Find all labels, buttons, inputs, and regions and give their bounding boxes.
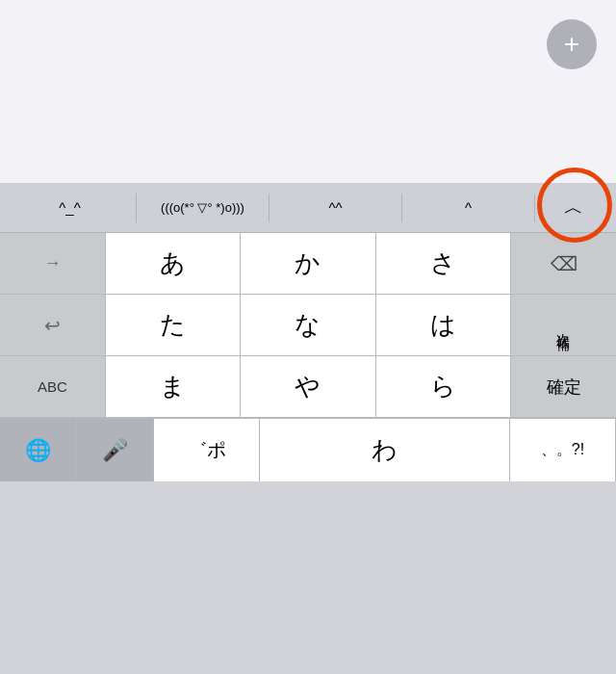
main-key-rows: → ↩ ABC あ か さ (0, 233, 616, 418)
globe-key[interactable]: 🌐 (0, 419, 77, 481)
jiko-label: 次候補 (555, 323, 573, 328)
key-ka[interactable]: か (241, 233, 375, 294)
undo-icon: ↩ (44, 314, 61, 337)
key-na[interactable]: な (241, 295, 375, 355)
hiragana-grid: あ か さ た な は (106, 233, 510, 418)
kana-ha: は (430, 308, 456, 342)
plus-button[interactable] (547, 19, 597, 69)
abc-key[interactable]: ABC (0, 356, 106, 418)
kana-na: な (295, 308, 321, 342)
emoji-double-caret[interactable]: ^^ (270, 183, 401, 232)
wa-label: わ (372, 433, 398, 467)
key-ta[interactable]: た (106, 295, 241, 355)
backspace-icon: ⌫ (551, 252, 578, 275)
mic-key[interactable]: 🎤 (77, 419, 154, 481)
kakutei-label: 確定 (547, 376, 581, 399)
kakutei-key[interactable]: 確定 (510, 356, 616, 418)
mic-icon: 🎤 (102, 438, 128, 463)
hira-row-1: あ か さ (106, 233, 510, 295)
kana-sa: さ (430, 246, 456, 280)
kana-ta: た (160, 308, 186, 342)
kana-ma: ま (160, 370, 186, 403)
backspace-key[interactable]: ⌫ (510, 233, 616, 295)
wa-key[interactable]: わ (260, 419, 510, 481)
punctuation-key[interactable]: 、。?! (510, 419, 616, 481)
arrow-icon: → (44, 253, 62, 273)
key-ra[interactable]: ら (376, 356, 510, 417)
key-sa[interactable]: さ (376, 233, 510, 294)
kana-ka: か (295, 246, 321, 280)
punctuation-label: 、。?! (541, 440, 584, 460)
emoji-up-caret[interactable]: ︿ (535, 183, 612, 232)
key-a[interactable]: あ (106, 233, 241, 294)
emoji-bar: ^_^ (((o(*° ▽° *)o))) ^^ ^ ︿ (0, 183, 616, 233)
small-po-label: ゛ポ (188, 437, 226, 463)
key-ma[interactable]: ま (106, 356, 241, 417)
abc-label: ABC (38, 378, 67, 395)
small-po-key[interactable]: ゛ポ (154, 419, 260, 481)
arrow-key[interactable]: → (0, 233, 106, 295)
right-column: ⌫ 次候補 確定 (510, 233, 616, 418)
key-ya[interactable]: や (241, 356, 375, 417)
undo-key[interactable]: ↩ (0, 295, 106, 356)
kana-a: あ (160, 246, 186, 280)
hira-row-3: ま や ら (106, 356, 510, 418)
keyboard: ^_^ (((o(*° ▽° *)o))) ^^ ^ ︿ → ↩ ABC (0, 183, 616, 674)
hira-row-2: た な は (106, 295, 510, 356)
kana-ra: ら (430, 370, 456, 403)
emoji-hat[interactable]: ^_^ (4, 183, 136, 232)
jiko-key[interactable]: 次候補 (510, 295, 616, 356)
emoji-single-caret[interactable]: ^ (402, 183, 534, 232)
kana-ya: や (295, 370, 321, 403)
bottom-row: 🌐 🎤 ゛ポ わ 、。?! (0, 418, 616, 481)
content-area (0, 0, 616, 183)
globe-icon: 🌐 (25, 438, 51, 463)
key-ha[interactable]: は (376, 295, 510, 355)
emoji-emoticon[interactable]: (((o(*° ▽° *)o))) (137, 183, 269, 232)
left-column: → ↩ ABC (0, 233, 106, 418)
